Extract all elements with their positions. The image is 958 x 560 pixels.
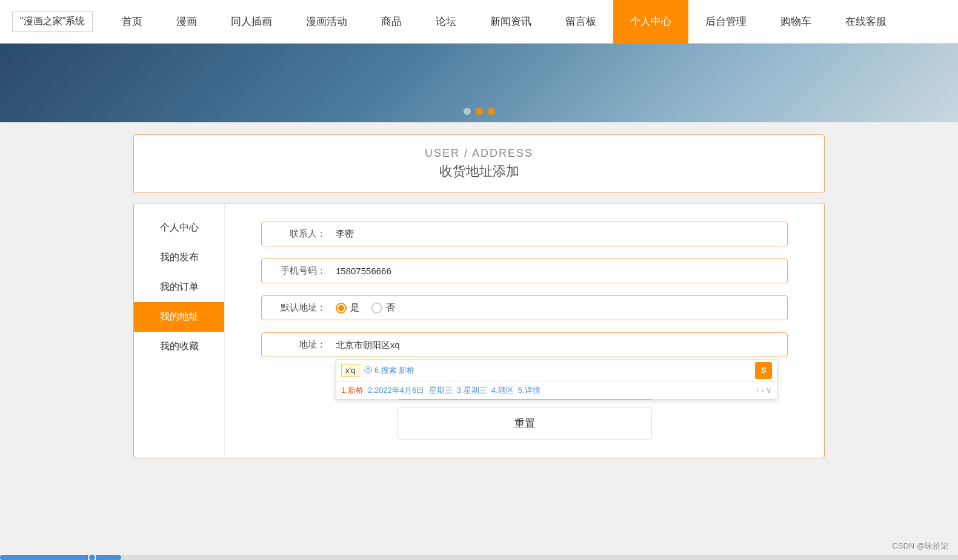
nav-item-购物车[interactable]: 购物车 [763,0,828,44]
sidebar-item-我的订单[interactable]: 我的订单 [134,272,224,302]
nav-item-新闻资讯[interactable]: 新闻资讯 [473,0,548,44]
autocomplete-suggestion-text: 1.新桥 2.2022年4月6日 星期三 3.星期三 4.辖区 5.详情 [341,385,541,396]
nav-item-漫画[interactable]: 漫画 [159,0,214,44]
phone-input[interactable] [336,266,777,276]
radio-no-circle [371,303,382,314]
nav-item-在线客服[interactable]: 在线客服 [828,0,903,44]
navbar: "漫画之家"系统 首页漫画同人插画漫画活动商品论坛新闻资讯留言板个人中心后台管理… [0,0,958,44]
nav-item-后台管理[interactable]: 后台管理 [688,0,763,44]
radio-no-label: 否 [386,302,395,314]
radio-yes-label: 是 [350,302,359,314]
sidebar-item-我的收藏[interactable]: 我的收藏 [134,332,224,361]
phone-row: 手机号码： [261,259,788,283]
radio-no[interactable]: 否 [371,302,395,314]
page-title-zh: 收货地址添加 [146,162,812,180]
contact-input[interactable] [336,229,777,239]
radio-yes-circle [336,303,347,314]
page-header: USER / ADDRESS 收货地址添加 [133,134,825,193]
contact-label: 联系人： [271,228,326,240]
site-logo: "漫画之家"系统 [12,11,93,32]
phone-label: 手机号码： [271,265,326,277]
autocomplete-dropdown: x'q ⓪ 6.搜索 新桥 S 1.新桥 2.2022年4月6日 星期三 3.星… [336,359,777,400]
dot-2[interactable] [476,108,483,115]
default-radio-group: 是 否 [336,302,395,314]
sidebar-item-我的发布[interactable]: 我的发布 [134,243,224,272]
autocomplete-suggestion-row[interactable]: 1.新桥 2.2022年4月6日 星期三 3.星期三 4.辖区 5.详情 ‹ ›… [336,382,777,399]
autocomplete-logo-icon: S [755,362,772,379]
dot-3[interactable] [488,108,495,115]
dot-1[interactable] [464,108,471,115]
form-area: 联系人： 手机号码： 默认地址： 是 否 [225,203,824,458]
banner-dots [464,108,495,115]
address-label: 地址： [271,339,326,351]
sidebar: 个人中心我的发布我的订单我的地址我的收藏 [134,203,225,458]
autocomplete-search-hint: ⓪ 6.搜索 新桥 [364,365,414,376]
nav-item-首页[interactable]: 首页 [105,0,159,44]
nav-items: 首页漫画同人插画漫画活动商品论坛新闻资讯留言板个人中心后台管理购物车在线客服 [105,0,946,44]
nav-item-留言板[interactable]: 留言板 [548,0,613,44]
sidebar-item-个人中心[interactable]: 个人中心 [134,213,224,243]
nav-item-同人插画[interactable]: 同人插画 [214,0,289,44]
hero-banner [0,44,958,122]
default-row: 默认地址： 是 否 [261,295,788,320]
sidebar-item-我的地址[interactable]: 我的地址 [134,302,224,332]
address-wrapper: x'q ⓪ 6.搜索 新桥 S 1.新桥 2.2022年4月6日 星期三 3.星… [336,340,777,351]
autocomplete-chevrons: ‹ › ∨ [756,386,772,395]
autocomplete-top: x'q ⓪ 6.搜索 新桥 S [336,360,777,382]
content-layout: 个人中心我的发布我的订单我的地址我的收藏 联系人： 手机号码： 默认地址： 是 [133,203,825,458]
page-title-en: USER / ADDRESS [146,147,812,160]
reset-button[interactable]: 重置 [398,407,652,440]
nav-item-商品[interactable]: 商品 [364,0,419,44]
address-input[interactable] [336,340,451,351]
nav-item-个人中心[interactable]: 个人中心 [613,0,688,44]
nav-item-漫画活动[interactable]: 漫画活动 [289,0,364,44]
address-row: 地址： x'q ⓪ 6.搜索 新桥 S 1.新桥 [261,332,788,357]
nav-item-论坛[interactable]: 论坛 [419,0,473,44]
autocomplete-current-input: x'q [341,364,359,377]
main-wrap: USER / ADDRESS 收货地址添加 个人中心我的发布我的订单我的地址我的… [0,122,958,470]
radio-yes[interactable]: 是 [336,302,359,314]
default-label: 默认地址： [271,302,326,314]
contact-row: 联系人： [261,222,788,246]
